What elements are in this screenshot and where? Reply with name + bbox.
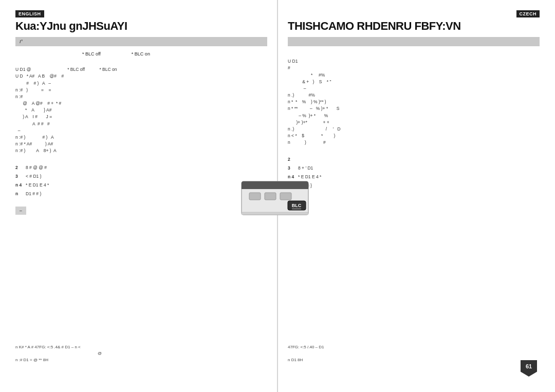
footer-line-1: n K# * A # 47FG: <:5 .4& # D1 – n < xyxy=(15,344,276,351)
blc-on-label: * BLC on xyxy=(132,51,150,57)
czech-badge: CZECH xyxy=(516,10,540,17)
blc-illustration-container: BLC xyxy=(236,175,319,221)
svg-rect-9 xyxy=(242,212,308,215)
list-item: 3 < # D1 ) xyxy=(15,173,267,180)
english-section-bar: I° xyxy=(15,37,267,46)
footer-right: 47FG: <:5 /.40 – D1 n D1 8H xyxy=(278,344,539,364)
footer-left: n K# * A # 47FG: <:5 .4& # D1 – n < @ n … xyxy=(15,344,276,364)
blc-illustration-svg: BLC xyxy=(239,176,316,220)
list-item: n 4 * E D1 E 4 * xyxy=(15,182,267,189)
footer-line-right-3: n D1 8H xyxy=(288,357,539,364)
czech-title: THISHCAMO RHDENRU FBFY:VN xyxy=(288,20,540,33)
footer-line-right-1: 47FG: <:5 /.40 – D1 xyxy=(288,344,539,351)
footer-line-2: @ xyxy=(15,350,276,357)
czech-text-block: U D1 # * #% & + ) S * " – n .) #% n * * … xyxy=(288,51,540,153)
blc-off-label: * BLC off xyxy=(82,51,101,57)
list-item: n 4 * E D1 E 4 * xyxy=(288,174,540,180)
svg-rect-4 xyxy=(265,193,276,200)
page-number: 61 xyxy=(526,363,532,369)
english-note-bar: – xyxy=(15,207,26,215)
svg-text:BLC: BLC xyxy=(292,203,302,208)
footer-line-right-2 xyxy=(288,350,539,357)
list-item: n D1 # # ) xyxy=(15,191,267,197)
list-item: 3 8 + ' D1 xyxy=(288,165,540,172)
footer-line-3: n :# D1 = @ ** 8H xyxy=(15,357,276,364)
english-text-block: U D1 @ * BLC off * BLC on U D * A# A B @… xyxy=(15,60,267,161)
english-title: Kua:YJnu gnJHSuAYI xyxy=(15,20,267,33)
blc-labels-row: * BLC off * BLC on xyxy=(15,51,267,57)
english-numbered-items: 2 8 # @ @ # 3 < # D1 ) n 4 * E D1 E 4 * … xyxy=(15,164,267,198)
english-badge: ENGLISH xyxy=(15,10,44,17)
list-item: n D1 * ) } xyxy=(288,182,540,189)
list-item: 2 8 # @ @ # xyxy=(15,164,267,171)
svg-rect-2 xyxy=(242,186,308,189)
page-container: ENGLISH Kua:YJnu gnJHSuAYI I° * BLC off … xyxy=(0,0,555,392)
svg-rect-3 xyxy=(249,193,261,200)
czech-numbered-items: 2 3 8 + ' D1 n 4 * E D1 E 4 * n D1 * ) } xyxy=(288,156,540,190)
czech-section-bar xyxy=(288,37,540,46)
list-item: 2 xyxy=(288,156,540,163)
svg-rect-5 xyxy=(280,193,291,200)
svg-rect-8 xyxy=(292,208,301,210)
